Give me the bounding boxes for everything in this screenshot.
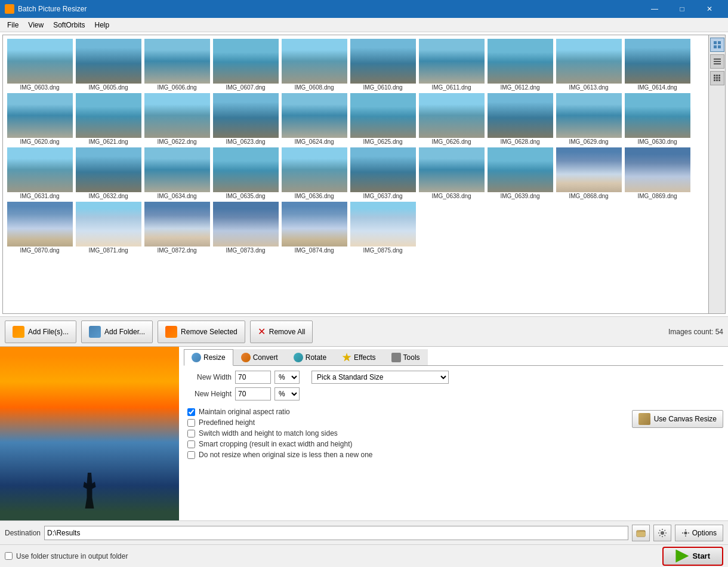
standard-size-select[interactable]: Pick a Standard Size 640x480 800x600 102… — [311, 371, 449, 384]
svg-rect-3 — [718, 45, 721, 48]
image-grid[interactable]: IMG_0603.dngIMG_0605.dngIMG_0606.dngIMG_… — [3, 35, 725, 313]
tab-rotate[interactable]: Rotate — [286, 349, 334, 365]
list-item[interactable]: IMG_0620.dng — [5, 92, 74, 146]
maximize-button[interactable]: □ — [668, 0, 696, 18]
list-item[interactable]: IMG_0637.dng — [348, 146, 417, 201]
image-filename: IMG_0613.dng — [556, 84, 622, 91]
image-filename: IMG_0637.dng — [350, 193, 416, 199]
list-item[interactable]: IMG_0868.dng — [554, 146, 623, 201]
start-label: Start — [692, 551, 710, 560]
list-item[interactable]: IMG_0605.dng — [74, 38, 143, 92]
list-item[interactable]: IMG_0872.dng — [143, 201, 211, 255]
maintain-aspect-label[interactable]: Maintain original aspect ratio — [199, 408, 290, 416]
maintain-aspect-checkbox[interactable] — [187, 408, 195, 416]
tab-effects[interactable]: Effects — [334, 349, 383, 365]
add-files-button[interactable]: Add File(s)... — [5, 321, 76, 343]
list-item[interactable]: IMG_0607.dng — [211, 38, 280, 92]
image-filename: IMG_0622.dng — [144, 138, 210, 145]
remove-all-button[interactable]: ✕ Remove All — [250, 321, 313, 343]
image-filename: IMG_0868.dng — [556, 193, 622, 199]
list-item[interactable]: IMG_0624.dng — [280, 92, 348, 146]
image-grid-container: IMG_0603.dngIMG_0605.dngIMG_0606.dngIMG_… — [2, 35, 726, 314]
list-item[interactable]: IMG_0639.dng — [486, 146, 554, 201]
tab-resize[interactable]: Resize — [184, 349, 233, 366]
menu-view[interactable]: View — [23, 20, 48, 30]
svg-point-19 — [661, 531, 664, 535]
image-filename: IMG_0620.dng — [7, 138, 73, 145]
smart-crop-checkbox[interactable] — [187, 440, 195, 448]
image-filename: IMG_0610.dng — [350, 84, 416, 91]
list-item[interactable]: IMG_0625.dng — [348, 92, 417, 146]
images-count-value: 54 — [715, 328, 723, 336]
options-button[interactable]: Options — [675, 525, 723, 541]
list-item[interactable]: IMG_0638.dng — [417, 146, 486, 201]
list-item[interactable]: IMG_0621.dng — [74, 92, 143, 146]
smart-crop-label[interactable]: Smart cropping (result in exact width an… — [199, 440, 352, 448]
new-width-input[interactable] — [235, 371, 271, 384]
menu-file[interactable]: File — [2, 20, 23, 30]
browse-button[interactable] — [632, 525, 650, 541]
new-height-input[interactable] — [235, 387, 271, 400]
titlebar: Batch Picture Resizer — □ ✕ — [0, 0, 728, 18]
list-item[interactable]: IMG_0629.dng — [554, 92, 623, 146]
folder-structure-label[interactable]: Use folder structure in output folder — [16, 552, 128, 560]
list-item[interactable]: IMG_0608.dng — [280, 38, 348, 92]
list-item[interactable]: IMG_0622.dng — [143, 92, 211, 146]
list-item[interactable]: IMG_0873.dng — [211, 201, 280, 255]
menu-help[interactable]: Help — [90, 20, 115, 30]
list-item[interactable]: IMG_0614.dng — [623, 38, 692, 92]
image-filename: IMG_0628.dng — [488, 138, 553, 145]
list-item[interactable]: IMG_0636.dng — [280, 146, 348, 201]
folder-structure-row: Use folder structure in output folder — [5, 552, 128, 560]
menu-softorbits[interactable]: SoftOrbits — [48, 20, 90, 30]
destination-input[interactable] — [44, 526, 628, 540]
no-resize-label[interactable]: Do not resize when original size is less… — [199, 451, 373, 459]
image-filename: IMG_0603.dng — [7, 84, 73, 91]
minimize-button[interactable]: — — [641, 0, 668, 18]
list-item[interactable]: IMG_0628.dng — [486, 92, 554, 146]
image-filename: IMG_0634.dng — [144, 193, 210, 199]
start-button[interactable]: Start — [662, 547, 723, 566]
list-view-button[interactable] — [710, 54, 724, 69]
list-item[interactable]: IMG_0874.dng — [280, 201, 348, 255]
no-resize-checkbox[interactable] — [187, 451, 195, 459]
image-filename: IMG_0626.dng — [419, 138, 485, 145]
folder-structure-checkbox[interactable] — [5, 552, 13, 560]
list-item[interactable]: IMG_0603.dng — [5, 38, 74, 92]
list-item[interactable]: IMG_0869.dng — [623, 146, 692, 201]
canvas-resize-icon — [638, 413, 650, 425]
list-item[interactable]: IMG_0631.dng — [5, 146, 74, 201]
width-unit-select[interactable]: % px cm — [274, 371, 300, 384]
list-item[interactable]: IMG_0612.dng — [486, 38, 554, 92]
tab-tools[interactable]: Tools — [384, 349, 428, 365]
list-item[interactable]: IMG_0611.dng — [417, 38, 486, 92]
close-button[interactable]: ✕ — [696, 0, 723, 18]
list-item[interactable]: IMG_0875.dng — [348, 201, 417, 255]
remove-selected-button[interactable]: Remove Selected — [158, 321, 245, 343]
list-item[interactable]: IMG_0630.dng — [623, 92, 692, 146]
list-item[interactable]: IMG_0606.dng — [143, 38, 211, 92]
predefined-height-label[interactable]: Predefined height — [199, 418, 255, 427]
list-item[interactable]: IMG_0623.dng — [211, 92, 280, 146]
grid-view-button[interactable] — [710, 71, 724, 85]
tab-convert[interactable]: Convert — [233, 349, 286, 365]
controls-area: Resize Convert Rotate Effects — [179, 347, 728, 520]
add-folder-button[interactable]: Add Folder... — [81, 321, 153, 343]
switch-dimensions-label[interactable]: Switch width and height to match long si… — [199, 429, 338, 437]
predefined-height-checkbox[interactable] — [187, 419, 195, 427]
list-item[interactable]: IMG_0634.dng — [143, 146, 211, 201]
list-item[interactable]: IMG_0635.dng — [211, 146, 280, 201]
list-item[interactable]: IMG_0613.dng — [554, 38, 623, 92]
list-item[interactable]: IMG_0871.dng — [74, 201, 143, 255]
thumbnail-view-button[interactable] — [710, 38, 724, 52]
switch-dimensions-checkbox[interactable] — [187, 430, 195, 437]
settings-button[interactable] — [653, 525, 671, 541]
list-item[interactable]: IMG_0870.dng — [5, 201, 74, 255]
list-item[interactable]: IMG_0626.dng — [417, 92, 486, 146]
canvas-resize-button[interactable]: Use Canvas Resize — [632, 410, 723, 428]
height-unit-select[interactable]: % px cm — [274, 387, 300, 400]
image-filename: IMG_0614.dng — [625, 84, 690, 91]
list-item[interactable]: IMG_0632.dng — [74, 146, 143, 201]
effects-tab-label: Effects — [354, 353, 375, 362]
list-item[interactable]: IMG_0610.dng — [348, 38, 417, 92]
